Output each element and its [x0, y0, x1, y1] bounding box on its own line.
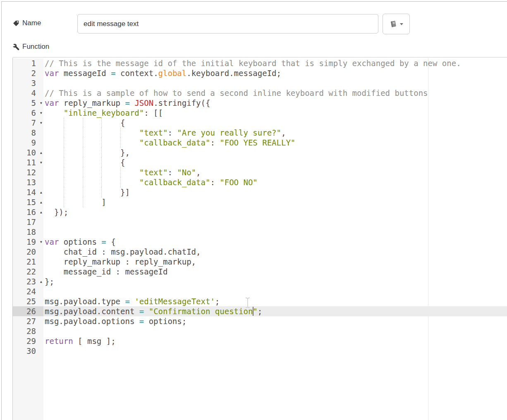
- gutter-line-number[interactable]: 27: [13, 316, 43, 326]
- gutter-line-number[interactable]: 29: [13, 336, 43, 346]
- gutter-line-number[interactable]: 2: [13, 68, 43, 78]
- fold-close-icon[interactable]: ▴: [40, 207, 43, 217]
- line-number: 30: [26, 346, 36, 356]
- line-number: 1: [31, 58, 36, 68]
- gutter-line-number[interactable]: 4: [13, 88, 43, 98]
- code-line[interactable]: "text": "Are you really sure?",: [43, 128, 507, 138]
- gutter-line-number[interactable]: 21: [13, 257, 43, 267]
- code-line[interactable]: }]: [43, 187, 507, 197]
- line-number: 21: [26, 257, 36, 267]
- gutter-line-number[interactable]: 23▴: [13, 277, 43, 286]
- code-line[interactable]: });: [43, 207, 507, 217]
- function-code-editor[interactable]: 12345▾6▾7▾8910▴11▾121314▴15▴16▴171819▾20…: [12, 57, 507, 420]
- code-line[interactable]: [43, 346, 507, 356]
- code-line-text: // This is the message id of the initial…: [45, 59, 461, 68]
- code-line[interactable]: chat_id : msg.payload.chatId,: [43, 247, 507, 257]
- gutter-line-number[interactable]: 20: [13, 247, 43, 257]
- line-number: 23: [26, 277, 36, 286]
- fold-open-icon[interactable]: ▾: [40, 108, 43, 118]
- code-line[interactable]: [43, 326, 507, 336]
- gutter-line-number[interactable]: 5▾: [13, 98, 43, 108]
- code-line[interactable]: msg.payload.type = 'editMessageText';: [43, 296, 507, 306]
- code-line[interactable]: return [ msg ];: [43, 336, 507, 346]
- gutter-line-number[interactable]: 7▾: [13, 118, 43, 128]
- gutter-line-number[interactable]: 12: [13, 167, 43, 177]
- gutter-line-number[interactable]: 1: [13, 58, 43, 68]
- fold-close-icon[interactable]: ▴: [40, 187, 43, 197]
- gutter-line-number[interactable]: 17: [13, 217, 43, 227]
- gutter-line-number[interactable]: 6▾: [13, 108, 43, 118]
- code-line[interactable]: [43, 78, 507, 88]
- line-number: 8: [31, 128, 36, 138]
- code-line-text: msg.payload.content = "Confirmation ques…: [45, 307, 262, 316]
- gutter-line-number[interactable]: 9: [13, 138, 43, 148]
- gutter-line-number[interactable]: 25: [13, 296, 43, 306]
- fold-close-icon[interactable]: ▴: [40, 148, 43, 158]
- fold-open-icon[interactable]: ▾: [40, 158, 43, 167]
- wrench-icon: [12, 43, 19, 50]
- gutter-line-number[interactable]: 22: [13, 267, 43, 277]
- gutter-line-number[interactable]: 30: [13, 346, 43, 356]
- gutter-line-number[interactable]: 10▴: [13, 148, 43, 158]
- fold-close-icon[interactable]: ▴: [40, 277, 43, 286]
- library-button[interactable]: [383, 14, 410, 34]
- code-line-text: msg.payload.type = 'editMessageText';: [45, 297, 220, 306]
- code-line[interactable]: "callback_data": "FOO YES REALLY": [43, 138, 507, 148]
- code-line[interactable]: var reply_markup = JSON.stringify({: [43, 98, 507, 108]
- line-number: 7: [31, 118, 36, 128]
- code-line-text: var options = {: [45, 237, 116, 246]
- gutter-line-number[interactable]: 8: [13, 128, 43, 138]
- code-line[interactable]: message_id : messageId: [43, 267, 507, 277]
- gutter-line-number[interactable]: 3: [13, 78, 43, 88]
- code-line[interactable]: var options = {: [43, 237, 507, 247]
- editor-lines: // This is the message id of the initial…: [43, 58, 507, 356]
- tag-icon: [12, 20, 19, 27]
- gutter-line-number[interactable]: 13: [13, 177, 43, 187]
- line-number: 11: [26, 158, 36, 167]
- fold-close-icon[interactable]: ▴: [40, 197, 43, 207]
- function-field-label: Function: [12, 43, 49, 51]
- code-line[interactable]: [43, 286, 507, 296]
- code-line[interactable]: "inline_keyboard": [[: [43, 108, 507, 118]
- gutter-line-number[interactable]: 28: [13, 326, 43, 336]
- name-label-text: Name: [22, 19, 41, 27]
- code-line[interactable]: {: [43, 158, 507, 167]
- code-line-text: "callback_data": "FOO NO": [45, 178, 258, 187]
- code-line[interactable]: var messageId = context.global.keyboard.…: [43, 68, 507, 78]
- function-label-text: Function: [22, 43, 49, 51]
- name-input[interactable]: [77, 14, 378, 33]
- line-number: 15: [26, 197, 36, 207]
- gutter-line-number[interactable]: 11▾: [13, 158, 43, 167]
- code-line-text: var messageId = context.global.keyboard.…: [45, 69, 281, 78]
- code-line-text: chat_id : msg.payload.chatId,: [45, 247, 201, 256]
- gutter-line-number[interactable]: 18: [13, 227, 43, 237]
- gutter-line-number[interactable]: 14▴: [13, 187, 43, 197]
- fold-open-icon[interactable]: ▾: [40, 98, 43, 108]
- gutter-line-number[interactable]: 16▴: [13, 207, 43, 217]
- code-line[interactable]: // This is the message id of the initial…: [43, 58, 507, 68]
- code-line[interactable]: msg.payload.options = options;: [43, 316, 507, 326]
- code-line[interactable]: },: [43, 148, 507, 158]
- gutter-line-number[interactable]: 26: [13, 306, 43, 316]
- fold-open-icon[interactable]: ▾: [40, 118, 43, 128]
- code-line[interactable]: [43, 217, 507, 227]
- code-line[interactable]: "callback_data": "FOO NO": [43, 177, 507, 187]
- code-line[interactable]: reply_markup : reply_markup,: [43, 257, 507, 267]
- text-cursor-ibeam-icon: [245, 297, 251, 310]
- caret-down-icon: [400, 23, 403, 27]
- gutter-line-number[interactable]: 15▴: [13, 197, 43, 207]
- code-line[interactable]: };: [43, 277, 507, 286]
- code-line[interactable]: "text": "No",: [43, 167, 507, 177]
- line-number: 6: [31, 108, 36, 118]
- code-line[interactable]: // This is a sample of how to send a sec…: [43, 88, 507, 98]
- code-line[interactable]: msg.payload.content = "Confirmation ques…: [43, 306, 507, 316]
- code-line[interactable]: ]: [43, 197, 507, 207]
- gutter-line-number[interactable]: 24: [13, 286, 43, 296]
- gutter-line-number[interactable]: 19▾: [13, 237, 43, 247]
- code-line-text: }]: [45, 188, 130, 197]
- fold-open-icon[interactable]: ▾: [40, 237, 43, 247]
- code-line[interactable]: [43, 227, 507, 237]
- code-line[interactable]: {: [43, 118, 507, 128]
- line-number: 13: [26, 177, 36, 187]
- line-number: 24: [26, 286, 36, 296]
